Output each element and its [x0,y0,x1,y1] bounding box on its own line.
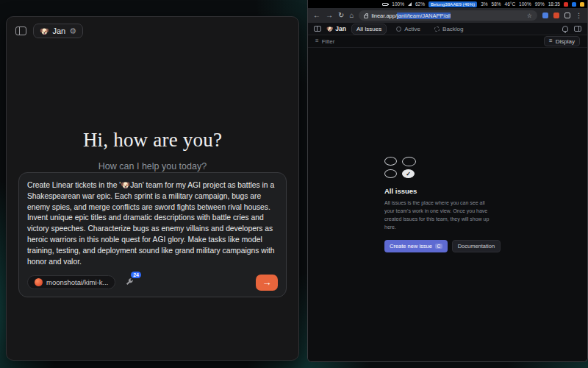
moonshot-logo-icon [35,278,43,286]
bookmark-star-icon[interactable]: ☆ [527,13,532,19]
wrench-icon [124,277,134,287]
active-status-icon [396,26,401,32]
network-badge: Belong38AAE9 (46%) [429,1,477,7]
empty-state-description: All issues is the place where you can se… [384,199,496,231]
gear-icon[interactable]: ⚙ [69,27,76,35]
battery-icon [382,3,388,6]
empty-state-title: All issues [384,187,511,195]
linear-team-label: 🐶 Jan [326,25,346,32]
tab-all-issues[interactable]: All Issues [351,24,387,35]
right-panel-toggle-icon[interactable] [574,26,581,32]
filter-icon: ≡ [315,38,319,44]
backlog-status-icon [434,26,440,32]
display-label: Display [556,38,575,45]
display-button[interactable]: ≡ Display [544,36,580,46]
greeting-title: Hi, how are you? [7,129,298,152]
issue-done-icon: ✓ [402,169,415,178]
tray-icon-blue [572,2,576,7]
status-item: 58% [492,1,501,7]
jan-app-window: 🐶 Jan ⚙ Hi, how are you? How can I help … [6,16,299,361]
model-name: moonshotai/kimi-k... [46,278,108,286]
home-button[interactable]: ⌂ [349,12,354,19]
notifications-bell-icon[interactable] [562,26,568,32]
issue-status-cluster-icon: ✓ [384,157,417,178]
linear-sidebar-toggle-icon[interactable] [314,26,321,32]
address-bar[interactable]: linear.app/janii/team/JANAPP/all ☆ [359,10,537,21]
documentation-button[interactable]: Documentation [452,240,501,252]
jan-header: 🐶 Jan ⚙ [7,17,298,45]
empty-state-actions: Create new issue C Documentation [384,240,511,252]
tab-switcher-icon[interactable] [564,13,570,18]
tab-backlog[interactable]: Backlog [430,24,467,34]
issue-circle-icon [384,157,397,166]
greeting-subtitle: How can I help you today? [7,161,298,171]
send-button[interactable]: → [256,275,278,291]
tools-button[interactable]: 24 [124,277,134,287]
status-item: 62% [415,1,425,7]
lock-icon [364,15,368,18]
desktop: 🐶 Jan ⚙ Hi, how are you? How can I help … [0,0,588,368]
browser-toolbar: ← → ↻ ⌂ linear.app/janii/team/JANAPP/all… [308,8,587,23]
back-button[interactable]: ← [313,12,320,19]
url-prefix: linear.app/ [371,13,397,19]
status-item: 99% [535,1,545,7]
status-item: 3% [481,1,487,7]
status-item: 46°C [505,1,516,7]
issue-circle-icon [384,169,397,178]
url-text: linear.app/janii/team/JANAPP/all [371,13,451,19]
status-item: 100% [392,1,404,7]
assistant-name: Jan [52,26,65,35]
status-item: 100% [519,1,531,7]
shortcut-key-badge: C [435,244,442,249]
tab-label: Active [404,26,420,32]
prompt-text-input[interactable]: Create Linear tickets in the '🐶Jan' team… [27,180,278,268]
filter-label: Filter [322,38,335,45]
extension-icon[interactable] [542,13,548,18]
browser-menu-icon[interactable]: ⋮ [576,12,582,19]
sidebar-toggle-icon[interactable] [15,26,26,35]
tray-icon-red [564,2,568,7]
model-selector[interactable]: moonshotai/kimi-k... [27,275,115,289]
prompt-input-card[interactable]: Create Linear tickets in the '🐶Jan' team… [18,172,287,297]
all-issues-empty-state: ✓ All issues All issues is the place whe… [384,157,511,252]
tools-count-badge: 24 [131,272,142,278]
create-label: Create new issue [390,243,432,250]
adblock-shield-icon[interactable] [553,13,559,18]
team-emoji-icon: 🐶 [326,26,333,32]
linear-main-area: ✓ All issues All issues is the place whe… [308,48,587,361]
filter-button[interactable]: ≡ Filter [315,38,334,45]
wifi-icon [408,2,412,6]
url-selection: janii/team/JANAPP/all [397,13,451,19]
jan-hero: Hi, how are you? How can I help you toda… [7,129,298,171]
browser-window: 100% 62% Belong38AAE9 (46%) 3% 58% 46°C … [307,0,588,362]
android-status-bar: 100% 62% Belong38AAE9 (46%) 3% 58% 46°C … [308,0,587,8]
clock: 18:35 [548,1,560,7]
issue-circle-icon [402,157,416,166]
forward-button[interactable]: → [326,12,333,19]
refresh-button[interactable]: ↻ [338,12,344,19]
linear-filter-bar: ≡ Filter ≡ Display [308,35,587,48]
team-name: Jan [335,25,346,32]
tray-icon-yellow [580,2,584,7]
tab-active[interactable]: Active [392,24,425,34]
assistant-selector[interactable]: 🐶 Jan ⚙ [33,24,83,38]
tab-label: Backlog [442,26,463,32]
sliders-icon: ≡ [549,38,553,44]
prompt-toolbar: moonshotai/kimi-k... 24 → [27,275,278,291]
linear-top-bar: 🐶 Jan All Issues Active Backlog [308,23,587,35]
tab-label: All Issues [356,26,381,32]
create-new-issue-button[interactable]: Create new issue C [384,240,448,252]
dog-emoji-icon: 🐶 [40,27,49,35]
